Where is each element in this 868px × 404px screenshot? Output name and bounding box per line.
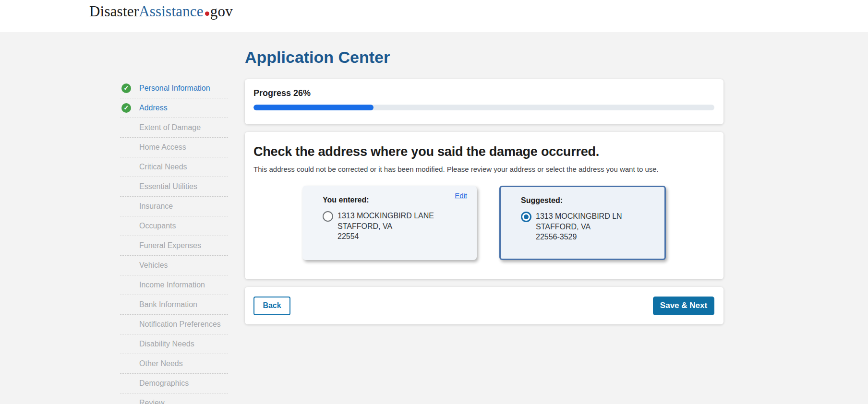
entered-address-text: 1313 MOCKINGBIRD LANE STAFFORD, VA 22554 xyxy=(338,211,434,242)
suggested-radio-row: 1313 MOCKINGBIRD LN STAFFORD, VA 22556-3… xyxy=(521,211,664,242)
address-line: 22554 xyxy=(338,231,434,242)
sidebar-item-extent-of-damage: Extent of Damage xyxy=(120,118,228,138)
address-check-card: Check the address where you said the dam… xyxy=(245,132,723,279)
sidebar-item-label: Bank Information xyxy=(139,300,197,309)
sidebar-item-disability-needs: Disability Needs xyxy=(120,334,228,354)
progress-bar xyxy=(253,105,714,110)
address-line: STAFFORD, VA xyxy=(536,222,622,232)
address-option-suggested[interactable]: Suggested: 1313 MOCKINGBIRD LN STAFFORD,… xyxy=(499,186,666,260)
sidebar-item-other-needs: Other Needs xyxy=(120,354,228,374)
sidebar-item-label: Address xyxy=(139,104,168,112)
sidebar-item-label: Income Information xyxy=(139,281,205,289)
address-check-heading: Check the address where you said the dam… xyxy=(253,144,714,159)
address-line: STAFFORD, VA xyxy=(338,221,434,232)
sidebar-item-label: Review xyxy=(139,399,164,404)
sidebar-item-label: Occupants xyxy=(139,222,176,230)
check-icon: ✓ xyxy=(121,83,131,93)
sidebar-item-notification-preferences: Notification Preferences xyxy=(120,315,228,334)
sidebar-item-label: Insurance xyxy=(139,202,173,211)
sidebar-item-label: Disability Needs xyxy=(139,340,194,348)
sidebar-item-home-access: Home Access xyxy=(120,138,228,157)
sidebar-item-occupants: Occupants xyxy=(120,216,228,236)
entered-radio-button[interactable] xyxy=(323,211,333,222)
sidebar-item-label: Essential Utilities xyxy=(139,182,197,191)
progress-bar-fill xyxy=(253,105,374,110)
address-line: 22556-3529 xyxy=(536,232,622,242)
sidebar-item-essential-utilities: Essential Utilities xyxy=(120,177,228,197)
site-header: DisasterAssistancegov xyxy=(0,0,868,32)
progress-card: Progress 26% xyxy=(245,79,723,124)
logo-part-assistance: Assistance xyxy=(139,3,204,20)
sidebar-item-label: Critical Needs xyxy=(139,163,187,171)
check-icon: ✓ xyxy=(121,103,131,113)
sidebar-item-label: Vehicles xyxy=(139,261,168,270)
entered-radio-row: 1313 MOCKINGBIRD LANE STAFFORD, VA 22554 xyxy=(323,211,477,242)
sidebar-item-label: Funeral Expenses xyxy=(139,241,201,250)
page-title: Application Center xyxy=(245,48,723,67)
suggested-address-text: 1313 MOCKINGBIRD LN STAFFORD, VA 22556-3… xyxy=(536,211,622,242)
suggested-option-label: Suggested: xyxy=(521,196,664,205)
progress-label: Progress 26% xyxy=(253,88,714,98)
sidebar-item-label: Notification Preferences xyxy=(139,320,221,329)
address-line: 1313 MOCKINGBIRD LN xyxy=(536,211,622,222)
sidebar-item-income-information: Income Information xyxy=(120,275,228,295)
steps-list: ✓ Personal Information ✓ Address Extent … xyxy=(120,79,228,404)
save-next-button[interactable]: Save & Next xyxy=(653,297,714,315)
main-content: Application Center Progress 26% Check th… xyxy=(245,32,723,67)
sidebar-item-label: Other Needs xyxy=(139,359,183,368)
sidebar-item-label: Personal Information xyxy=(139,84,210,93)
sidebar-item-address[interactable]: ✓ Address xyxy=(120,98,228,118)
address-line: 1313 MOCKINGBIRD LANE xyxy=(338,211,434,221)
back-button[interactable]: Back xyxy=(253,297,290,315)
logo-part-gov: gov xyxy=(210,3,233,20)
form-actions-card: Back Save & Next xyxy=(245,287,723,324)
page-body: ✓ Personal Information ✓ Address Extent … xyxy=(0,32,868,404)
edit-address-link[interactable]: Edit xyxy=(455,191,467,200)
logo-dot-icon xyxy=(205,12,209,16)
site-logo[interactable]: DisasterAssistancegov xyxy=(89,3,233,20)
logo-part-disaster: Disaster xyxy=(89,3,139,20)
sidebar-item-insurance: Insurance xyxy=(120,197,228,216)
application-steps-sidebar: ✓ Personal Information ✓ Address Extent … xyxy=(120,79,228,404)
sidebar-item-label: Home Access xyxy=(139,143,186,152)
sidebar-item-critical-needs: Critical Needs xyxy=(120,157,228,177)
suggested-radio-button[interactable] xyxy=(521,212,531,222)
sidebar-item-label: Extent of Damage xyxy=(139,123,201,132)
address-options-row: Edit You entered: 1313 MOCKINGBIRD LANE … xyxy=(302,186,714,260)
sidebar-item-review: Review xyxy=(120,393,228,404)
address-option-entered[interactable]: Edit You entered: 1313 MOCKINGBIRD LANE … xyxy=(302,186,477,260)
sidebar-item-bank-information: Bank Information xyxy=(120,295,228,315)
address-check-description: This address could not be corrected or i… xyxy=(253,165,714,173)
sidebar-item-personal-information[interactable]: ✓ Personal Information xyxy=(120,79,228,98)
sidebar-item-demographics: Demographics xyxy=(120,374,228,393)
sidebar-item-funeral-expenses: Funeral Expenses xyxy=(120,236,228,256)
entered-option-label: You entered: xyxy=(323,196,477,204)
sidebar-item-vehicles: Vehicles xyxy=(120,256,228,275)
sidebar-item-label: Demographics xyxy=(139,379,189,388)
